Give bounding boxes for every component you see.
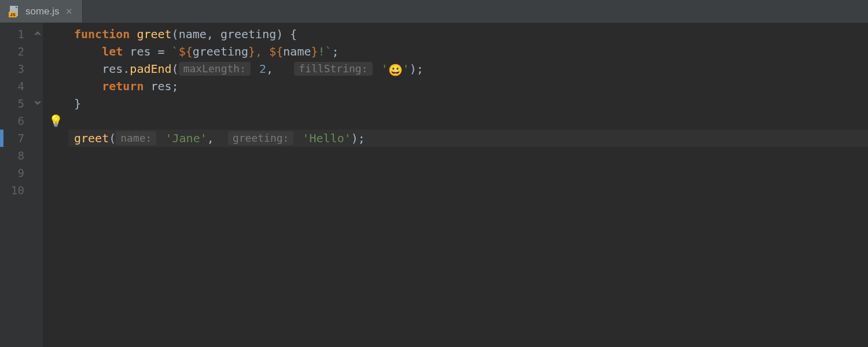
js-file-icon: JS: [8, 5, 21, 18]
code-line[interactable]: res.padEnd(maxLength: 2, fillString: '😀'…: [68, 60, 868, 77]
line-number[interactable]: 8: [0, 147, 32, 164]
string-literal: 'Hello': [302, 131, 351, 145]
code-line[interactable]: [68, 147, 868, 164]
line-number[interactable]: 6: [0, 112, 32, 130]
string-literal: 'Jane': [165, 131, 207, 145]
code-line-current[interactable]: greet(name: 'Jane', greeting: 'Hello');: [68, 130, 868, 147]
method-name: padEnd: [130, 62, 171, 76]
code-line[interactable]: [68, 164, 868, 182]
code-line[interactable]: [68, 182, 868, 199]
function-call: greet: [74, 131, 109, 145]
code-line[interactable]: let res = `${greeting}, ${name}!`;: [68, 43, 868, 60]
parameter: greeting: [220, 27, 276, 41]
variable: res: [150, 79, 171, 93]
emoji-grin-icon: 😀: [388, 63, 403, 77]
fold-toggle-open-icon[interactable]: [32, 25, 43, 43]
parameter-hint: maxLength:: [179, 62, 251, 76]
keyword: return: [102, 79, 144, 93]
code-area[interactable]: function greet(name, greeting) { let res…: [68, 23, 868, 347]
tab-bar: JS some.js ✕: [0, 0, 868, 23]
variable: res: [102, 62, 123, 76]
line-number-gutter: 1 2 3 4 5 6 7 8 9 10: [0, 23, 32, 347]
function-name: greet: [137, 27, 171, 41]
line-number[interactable]: 7: [0, 130, 32, 147]
fold-gutter: [32, 23, 43, 347]
code-line[interactable]: function greet(name, greeting) {: [68, 25, 868, 43]
keyword: function: [74, 27, 130, 41]
parameter-hint: fillString:: [294, 62, 372, 76]
svg-text:JS: JS: [10, 12, 16, 17]
close-icon[interactable]: ✕: [64, 6, 74, 17]
fold-toggle-close-icon[interactable]: [32, 95, 43, 112]
number-literal: 2: [259, 62, 266, 76]
parameter: name: [179, 27, 207, 41]
line-number[interactable]: 1: [0, 25, 32, 43]
line-number[interactable]: 9: [0, 164, 32, 182]
code-line[interactable]: }: [68, 95, 868, 112]
line-number[interactable]: 5: [0, 95, 32, 112]
line-number[interactable]: 4: [0, 77, 32, 95]
file-tab[interactable]: JS some.js ✕: [0, 0, 83, 23]
code-line[interactable]: return res;: [68, 77, 868, 95]
line-number[interactable]: 3: [0, 60, 32, 77]
variable: res: [130, 45, 150, 58]
parameter-hint: name:: [116, 131, 156, 145]
editor: 1 2 3 4 5 6 7 8 9 10 💡: [0, 23, 868, 347]
line-number[interactable]: 10: [0, 182, 32, 199]
lightbulb-icon[interactable]: 💡: [49, 114, 63, 128]
line-number[interactable]: 2: [0, 43, 32, 60]
keyword: let: [102, 45, 123, 58]
caret-line-marker: [0, 130, 3, 147]
annotation-gutter: 💡: [43, 23, 68, 347]
parameter-hint: greeting:: [228, 131, 294, 145]
tab-filename: some.js: [25, 6, 60, 17]
code-line[interactable]: [68, 112, 868, 130]
